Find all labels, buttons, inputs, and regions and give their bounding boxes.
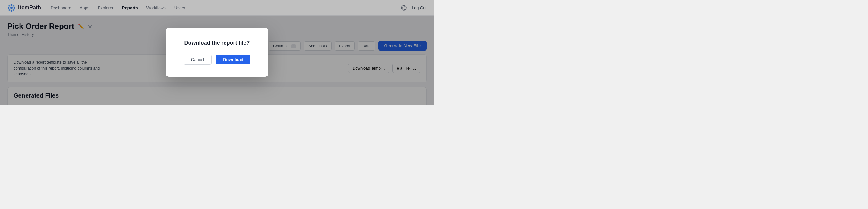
modal-actions: Cancel Download xyxy=(184,55,250,65)
modal-dialog: Download the report file? Cancel Downloa… xyxy=(166,28,268,77)
modal-overlay: Download the report file? Cancel Downloa… xyxy=(0,0,434,104)
modal-cancel-button[interactable]: Cancel xyxy=(184,55,212,65)
modal-title: Download the report file? xyxy=(184,40,250,46)
modal-download-button[interactable]: Download xyxy=(216,55,250,64)
